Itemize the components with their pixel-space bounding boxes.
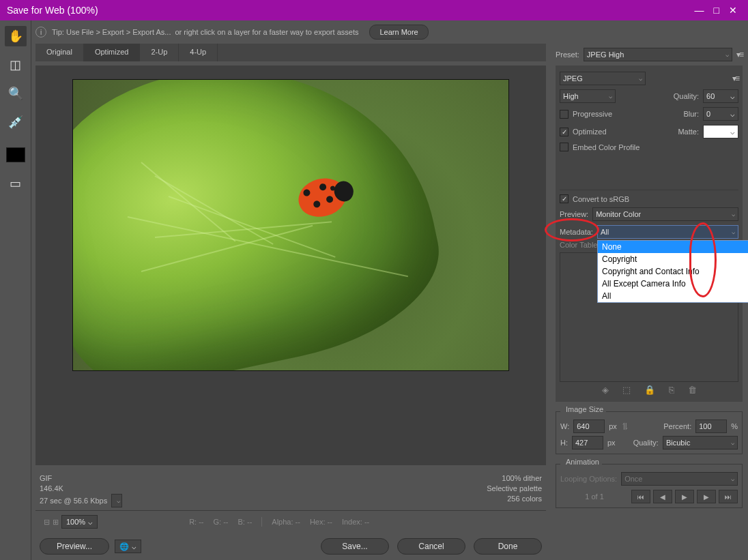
preview-select[interactable]: Monitor Color⌵ (592, 207, 738, 221)
matte-swatch[interactable]: ⌵ (703, 125, 738, 138)
status-r: R: -- (189, 518, 203, 526)
progressive-checkbox[interactable]: Progressive (560, 110, 612, 119)
preview-button[interactable]: Preview... (40, 538, 109, 555)
ct-new-icon[interactable]: ⎘ (669, 385, 674, 395)
cancel-button[interactable]: Cancel (397, 538, 465, 555)
quality-label: Quality: (674, 92, 699, 100)
tab-optimized[interactable]: Optimized (84, 44, 141, 61)
ct-lock-icon[interactable]: 🔒 (644, 385, 655, 395)
colortable-label: Color Table (560, 241, 597, 249)
percent-label: Percent: (663, 422, 691, 430)
metadata-option-all[interactable]: All (598, 290, 748, 302)
h-label: H: (560, 439, 568, 447)
height-input[interactable] (572, 436, 603, 450)
color-swatch[interactable] (6, 147, 25, 162)
anim-last-icon[interactable]: ⏭ (719, 490, 738, 503)
status-hex: Hex: -- (310, 518, 332, 526)
info-palette: Selective palette (487, 484, 542, 494)
save-button[interactable]: Save... (321, 538, 389, 555)
info-format: GIF (40, 473, 122, 484)
tab-original[interactable]: Original (35, 44, 84, 61)
preview-info: GIF 146.4K 27 sec @ 56.6 Kbps ⌵ 100% dit… (31, 469, 550, 507)
anim-next-icon[interactable]: ▶ (697, 490, 716, 503)
preview-image (72, 79, 509, 371)
slice-visibility-icon[interactable]: ▭ (5, 173, 27, 194)
percent-input[interactable] (695, 419, 727, 433)
maximize-icon[interactable]: □ (714, 0, 719, 20)
status-alpha: Alpha: -- (272, 518, 300, 526)
format-menu-icon[interactable]: ▾≡ (732, 74, 738, 83)
embed-profile-checkbox[interactable]: Embed Color Profile (560, 143, 639, 151)
speed-dropdown[interactable]: ⌵ (111, 494, 122, 507)
metadata-option-none[interactable]: None (598, 241, 748, 253)
w-label: W: (560, 422, 569, 430)
quality-preset-select[interactable]: High⌵ (560, 89, 616, 103)
srgb-checkbox[interactable]: ✓Convert to sRGB (560, 194, 629, 203)
done-button[interactable]: Done (474, 538, 542, 555)
animation-legend: Animation (563, 458, 602, 466)
status-bar: ⊟ ⊞ 100%⌵ R: -- G: -- B: -- Alpha: -- He… (35, 510, 546, 533)
resample-label: Quality: (633, 439, 659, 447)
ct-trash-icon[interactable]: 🗑 (688, 385, 697, 395)
info-icon: i (35, 27, 46, 38)
hand-tool-icon[interactable]: ✋ (5, 26, 27, 46)
pct-label: % (731, 422, 738, 430)
info-size: 146.4K (40, 484, 122, 494)
metadata-option-contact[interactable]: Copyright and Contact Info (598, 265, 748, 278)
learn-more-button[interactable]: Learn More (369, 25, 428, 40)
metadata-label: Metadata: (560, 228, 593, 236)
canvas-area[interactable] (35, 65, 546, 465)
status-index: Index: -- (342, 518, 369, 526)
preview-label: Preview: (560, 210, 588, 218)
anim-prev-icon[interactable]: ◀ (653, 490, 672, 503)
anim-page: 1 of 1 (560, 492, 629, 501)
zoom-icon[interactable]: 🔍 (5, 83, 27, 104)
window-title: Save for Web (100%) (7, 0, 98, 20)
left-toolbar: ✋ ◫ 🔍 💉 ▭ (0, 20, 31, 560)
ct-diamond-icon[interactable]: ◈ (602, 385, 609, 395)
preset-label: Preset: (556, 50, 579, 59)
expand-icon[interactable]: ⊞ (53, 518, 59, 527)
blur-input[interactable]: 0⌵ (703, 107, 738, 121)
window-titlebar: Save for Web (100%) — □ ✕ (0, 0, 748, 20)
eyedropper-icon[interactable]: 💉 (5, 112, 27, 132)
settings-panel: Preset: JPEG High⌵ ▾≡ JPEG⌵ ▾≡ High⌵ Qua… (550, 20, 748, 560)
link-icon[interactable]: ⥮ (621, 421, 629, 432)
zoom-select[interactable]: 100%⌵ (61, 515, 98, 529)
close-icon[interactable]: ✕ (729, 0, 737, 20)
anim-first-icon[interactable]: ⏮ (631, 490, 650, 503)
quality-input[interactable]: 60⌵ (703, 89, 738, 103)
panel-menu-icon[interactable]: ▾≡ (736, 50, 743, 59)
blur-label: Blur: (683, 110, 699, 118)
tab-4up[interactable]: 4-Up (179, 44, 218, 61)
preset-select[interactable]: JPEG High⌵ (584, 48, 732, 61)
minimize-icon[interactable]: — (695, 0, 704, 20)
width-input[interactable] (573, 419, 605, 433)
loop-label: Looping Options: (560, 475, 617, 483)
collapse-icon[interactable]: ⊟ (44, 518, 50, 527)
status-g: G: -- (214, 518, 229, 526)
loop-select: Once⌵ (621, 472, 738, 486)
image-size-legend: Image Size (563, 405, 606, 413)
px-label: px (609, 422, 617, 430)
px-label-2: px (607, 439, 616, 447)
metadata-select[interactable]: All⌵ (597, 225, 738, 239)
optimized-checkbox[interactable]: ✓Optimized (560, 128, 607, 136)
format-select[interactable]: JPEG⌵ (560, 72, 646, 85)
preview-tabs: Original Optimized 2-Up 4-Up (35, 44, 546, 61)
image-size-group: Image Size W: px ⥮ Percent: % H: px Qual… (556, 407, 743, 454)
slice-tool-icon[interactable]: ◫ (5, 55, 27, 75)
tip-text-pre: Tip: Use File > Export > Export As... (52, 28, 171, 36)
metadata-option-except[interactable]: All Except Camera Info (598, 278, 748, 290)
info-dither: 100% dither (487, 473, 542, 484)
metadata-option-copyright[interactable]: Copyright (598, 253, 748, 265)
tab-2up[interactable]: 2-Up (140, 44, 179, 61)
metadata-dropdown-list: None Copyright Copyright and Contact Inf… (597, 240, 748, 303)
resample-select[interactable]: Bicubic⌵ (663, 436, 738, 450)
matte-label: Matte: (678, 128, 699, 136)
status-b: B: -- (238, 518, 253, 526)
anim-play-icon[interactable]: ▶ (675, 490, 694, 503)
ct-cube-icon[interactable]: ⬚ (622, 385, 631, 395)
browser-preview-select[interactable]: 🌐⌵ (115, 540, 141, 553)
animation-group: Animation Looping Options: Once⌵ 1 of 1 … (556, 460, 743, 508)
